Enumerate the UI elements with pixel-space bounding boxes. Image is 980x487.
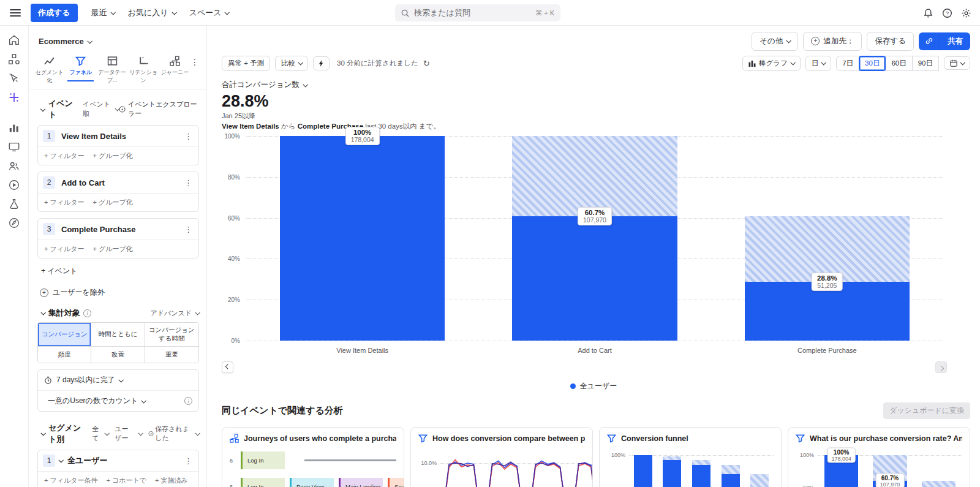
advanced-dropdown[interactable]: アドバンスド (150, 309, 199, 318)
chart-icon[interactable] (7, 121, 21, 135)
journey-node[interactable]: Page View (290, 478, 334, 487)
count-by-dropdown[interactable]: 一意のUserの数でカウント i (38, 390, 198, 411)
mini-funnel-bar[interactable] (719, 448, 742, 487)
segment-all-dropdown[interactable]: 全て (92, 425, 108, 443)
ask-icon[interactable] (7, 91, 21, 104)
previous-page-button[interactable] (222, 361, 233, 373)
tab-journey[interactable]: ジャーニー (159, 52, 190, 81)
range-90日[interactable]: 90日 (912, 56, 939, 71)
journey-node[interactable]: Main Landing (339, 478, 383, 487)
add-event-button[interactable]: + イベント (41, 266, 199, 276)
exclude-users-button[interactable]: + ユーザーを除外 (40, 287, 199, 298)
segment-filter-link[interactable]: + 実施済み (155, 476, 188, 485)
range-30日[interactable]: 30日 (859, 56, 886, 71)
nav-menu-favorites[interactable]: お気に入り (128, 7, 176, 18)
metric-dropdown[interactable]: 合計コンバージョン数 (222, 80, 307, 90)
measured-as-option[interactable]: 時間とともに (91, 323, 145, 347)
help-icon[interactable]: ? (942, 8, 952, 18)
add-filter-link[interactable]: + フィルター (44, 151, 85, 160)
mini-funnel-bar[interactable] (661, 448, 684, 487)
tab-funnel[interactable]: ファネル (65, 52, 96, 81)
info-icon[interactable]: i (184, 397, 192, 405)
nav-menu-recent[interactable]: 最近 (91, 7, 115, 18)
dropoff-segment[interactable] (512, 136, 677, 216)
mini-funnel-bar[interactable]: 60.7%107,970 (869, 448, 911, 487)
journey-node[interactable]: Log In (241, 478, 285, 487)
segment-saved-dropdown[interactable]: 保存されました (148, 425, 199, 443)
tab-table[interactable]: データテーブ... (96, 52, 127, 89)
tabs-overflow-menu[interactable]: ⋮ (190, 52, 202, 67)
add-group-by-link[interactable]: + グループ化 (93, 198, 133, 207)
measured-as-option[interactable]: コンバージョンする時間 (145, 323, 198, 347)
related-card[interactable]: What is our purchase conversion rate? An… (788, 427, 970, 487)
range-60日[interactable]: 60日 (885, 56, 912, 71)
compare-dropdown[interactable]: 比較 (275, 56, 308, 71)
measured-as-option[interactable]: コンバージョン (38, 323, 91, 347)
tab-retention[interactable]: リテンション (128, 52, 159, 89)
range-7日[interactable]: 7日 (836, 56, 859, 71)
journey-node[interactable]: Log In (241, 451, 285, 469)
realtime-button[interactable] (313, 56, 330, 70)
kebab-menu-icon[interactable]: ⋮ (183, 178, 194, 187)
event-explorer-link[interactable]: イベントエクスプローラー (119, 100, 199, 118)
event-name[interactable]: Complete Purchase (61, 225, 183, 234)
users-icon[interactable] (7, 159, 21, 173)
measured-as-option[interactable]: 改善 (91, 347, 145, 363)
mini-funnel-bar[interactable] (631, 448, 655, 487)
copy-link-button[interactable] (919, 32, 940, 50)
add-group-by-link[interactable]: + グループ化 (93, 151, 133, 160)
bell-icon[interactable] (923, 8, 933, 18)
add-group-by-link[interactable]: + グループ化 (93, 244, 133, 254)
hamburger-menu-icon[interactable] (10, 9, 21, 17)
collapse-icon[interactable] (40, 107, 45, 111)
flask-icon[interactable] (7, 197, 21, 211)
mini-funnel-bar[interactable] (748, 448, 771, 487)
add-to-button[interactable]: +追加先： (803, 32, 862, 51)
chart-type-dropdown[interactable]: 棒グラフ (742, 56, 801, 71)
home-icon[interactable] (7, 34, 21, 47)
kebab-menu-icon[interactable]: ⋮ (183, 132, 194, 141)
play-icon[interactable] (7, 178, 21, 192)
info-icon[interactable]: i (83, 309, 91, 317)
more-button[interactable]: その他 (752, 32, 798, 51)
convert-to-dashboard-button[interactable]: ダッシュボードに変換 (883, 402, 970, 419)
save-button[interactable]: 保存する (867, 32, 914, 51)
measured-as-option[interactable]: 頻度 (38, 347, 91, 363)
converted-segment[interactable] (280, 136, 445, 341)
mini-line-chart[interactable]: 10.0% (418, 448, 585, 487)
segment-filter-link[interactable]: + コホートで (107, 476, 147, 485)
search-input[interactable]: 検索または質問 ⌘ + K (395, 4, 560, 21)
nav-menu-spaces[interactable]: スペース (189, 7, 229, 18)
refresh-icon[interactable]: ↻ (423, 59, 430, 68)
mini-funnel-bar[interactable]: 100%178,004 (820, 448, 862, 487)
event-order-dropdown[interactable]: イベント順 (83, 100, 119, 118)
collapse-icon[interactable] (40, 310, 45, 315)
collapse-icon[interactable] (40, 431, 45, 436)
journey-node[interactable]: Search fo Items (388, 478, 404, 487)
kebab-menu-icon[interactable]: ⋮ (183, 225, 194, 234)
project-selector[interactable]: Ecommerce (39, 37, 199, 46)
kebab-menu-icon[interactable]: ⋮ (183, 456, 194, 466)
chevron-down-icon[interactable] (58, 458, 63, 462)
tab-segment[interactable]: セグメント化 (34, 52, 65, 89)
create-button[interactable]: 作成する (31, 4, 78, 22)
dropoff-segment[interactable] (745, 216, 910, 282)
granularity-dropdown[interactable]: 日 (805, 56, 832, 71)
add-filter-link[interactable]: + フィルター (44, 198, 85, 207)
add-filter-link[interactable]: + フィルター (44, 244, 85, 254)
compass-icon[interactable] (7, 216, 21, 230)
next-page-button[interactable] (935, 361, 947, 373)
measured-as-option[interactable]: 重要 (145, 347, 198, 363)
converted-segment[interactable] (512, 216, 677, 341)
gear-icon[interactable] (961, 8, 971, 18)
monitor-icon[interactable] (7, 140, 21, 154)
calendar-dropdown[interactable] (944, 56, 970, 70)
share-button[interactable]: 共有 (940, 32, 970, 50)
related-card[interactable]: Journeys of users who complete a purchas… (222, 427, 404, 487)
conversion-window-dropdown[interactable]: 7 days以内に完了 (38, 370, 198, 390)
segment-filter-link[interactable]: + フィルター条件 (44, 476, 98, 485)
event-name[interactable]: Add to Cart (61, 178, 183, 187)
event-name[interactable]: View Item Details (61, 132, 183, 141)
pointer-icon[interactable] (7, 72, 21, 85)
related-card[interactable]: How does conversion compare between plat… (410, 427, 593, 487)
